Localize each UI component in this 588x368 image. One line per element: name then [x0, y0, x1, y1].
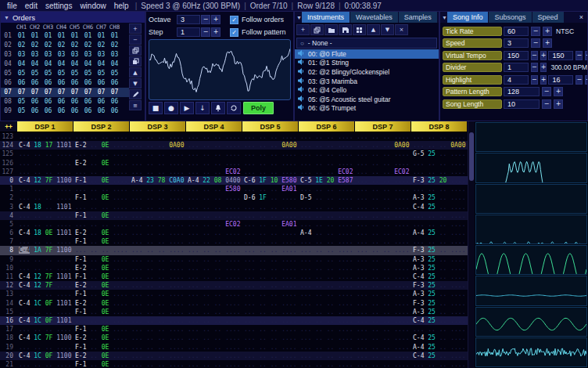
order-cell[interactable]: 01 — [15, 31, 28, 41]
pattern-cell[interactable]: C-4 25 .. .... — [411, 272, 468, 281]
order-cell[interactable]: 07 — [28, 88, 41, 97]
octave-decrement-button[interactable]: − — [201, 15, 210, 24]
pattern-cell[interactable]: D-5 .. .. .... — [299, 193, 355, 202]
instrument-toolbox-button[interactable] — [353, 24, 366, 35]
pattern-cell[interactable]: ... .. .. .... — [355, 150, 411, 158]
order-cell[interactable]: 05 — [108, 69, 121, 78]
divider-input[interactable]: 1 — [504, 63, 529, 72]
pattern-cell[interactable]: ... .. .. .... — [186, 272, 242, 281]
pattern-channel-header[interactable]: DSP 3 — [130, 121, 185, 132]
order-row[interactable]: 040404040404040404 — [1, 60, 129, 69]
order-cell[interactable]: 03 — [81, 50, 95, 60]
pattern-cell[interactable]: F-1 .. 0E .... — [74, 272, 130, 281]
order-cell[interactable]: 05 — [28, 69, 41, 78]
order-row[interactable]: 050505050505050505 — [1, 69, 129, 78]
order-cell[interactable]: 05 — [55, 69, 68, 78]
order-row[interactable]: 010101010101010101 — [1, 31, 129, 41]
pattern-cell[interactable]: F-3 25 .. .... — [411, 246, 468, 254]
order-cell[interactable]: 06 — [15, 78, 28, 88]
pattern-cell[interactable]: A-4 22 08 0400 E580 — [186, 176, 242, 185]
instrument-item[interactable]: 06: @5 Trumpet — [295, 104, 439, 114]
orders-edit-button[interactable] — [129, 89, 142, 99]
pattern-cell[interactable]: ... .. .. .... — [299, 159, 355, 168]
instrument-plus-button[interactable]: + — [296, 24, 310, 35]
pattern-cell[interactable]: ... .. .. .... — [74, 246, 130, 254]
pattern-cell[interactable]: ... .. .. .... — [411, 185, 468, 193]
order-cell[interactable]: 07 — [55, 88, 68, 97]
pattern-cell[interactable]: A-4 .. .. .... — [299, 229, 355, 237]
pattern-cell[interactable]: C-4 12 7F .... — [17, 281, 74, 290]
song-length-increment-button[interactable]: + — [554, 99, 563, 109]
pattern-cell[interactable]: ... .. .. .... — [299, 264, 355, 272]
order-cell[interactable]: 06 — [81, 106, 95, 116]
pattern-cell[interactable]: ... .. .. .... — [130, 237, 186, 246]
instrument-item[interactable]: 03: @3 Marimba — [295, 77, 439, 86]
highlight-increment-button[interactable]: + — [540, 75, 547, 85]
pattern-cell[interactable]: ... .. .. .... — [299, 203, 355, 211]
pattern-cell[interactable]: ... .. .. .... — [242, 316, 299, 325]
field-label-speed[interactable]: Speed — [443, 38, 502, 48]
pattern-cell[interactable]: F-1 .. 0E .... — [74, 325, 130, 334]
pattern-cell[interactable]: ... .. .. .... — [355, 203, 411, 211]
pattern-cell[interactable]: ... .. .. .... — [299, 132, 355, 141]
instrument-item[interactable]: 00: @0 Flute — [295, 49, 439, 59]
transport-play-button[interactable]: ▶ — [180, 102, 194, 114]
pattern-channel-header[interactable]: DSP 4 — [186, 121, 242, 132]
pattern-cell[interactable]: ... .. .. .... — [130, 360, 186, 368]
pattern-cell[interactable]: ... .. .. .... — [186, 246, 242, 254]
pattern-cell[interactable]: ... .. .. .... — [186, 308, 242, 316]
pattern-cell[interactable]: ... .. .. .... — [130, 299, 186, 308]
pattern-cell[interactable]: ... .. .. .... — [242, 360, 299, 368]
orders-duplicate-button[interactable] — [129, 45, 142, 56]
pattern-cell[interactable]: ... .. .. .... — [299, 334, 355, 342]
pattern-cell[interactable]: ... .. .. .... — [355, 316, 411, 325]
pattern-cell[interactable]: ... .. .. .... — [299, 246, 355, 254]
pattern-cell[interactable]: ... .. .. .... — [186, 150, 242, 158]
pattern-cell[interactable]: ... .. .. .... — [74, 220, 130, 229]
menu-edit[interactable]: edit — [21, 2, 41, 10]
instrument-combo[interactable]: ○ - None - — [296, 38, 437, 49]
instrument-item[interactable]: 02: @2 Blingy/Glockenspiel — [295, 67, 439, 77]
pattern-cell[interactable]: ... .. .. .... — [299, 352, 355, 360]
transport-bell-button[interactable] — [211, 102, 225, 114]
pattern-cell[interactable]: E-2 .. 0E .... — [74, 281, 130, 290]
field-label-pattern-length[interactable]: Pattern Length — [443, 87, 502, 96]
field-label-divider[interactable]: Divider — [443, 63, 502, 72]
pattern-cell[interactable]: ... .. .. .... — [355, 132, 411, 141]
pattern-cell[interactable]: E-2 .. 0E .... — [74, 352, 130, 360]
pattern-cell[interactable]: F-1 .. 0E .... — [74, 193, 130, 202]
pattern-cell[interactable]: ... .. .. .... — [130, 220, 186, 229]
pattern-cell[interactable]: D-6 1F .. .... — [242, 193, 299, 202]
order-cell[interactable]: 01 — [108, 31, 121, 41]
order-cell[interactable]: 01 — [55, 31, 68, 41]
order-cell[interactable]: 06 — [68, 106, 81, 116]
pattern-cell[interactable]: ... .. .. EC02 — [299, 168, 355, 176]
pattern-cell[interactable]: ... .. .. .... — [17, 308, 74, 316]
pattern-scrollbar[interactable] — [468, 121, 475, 368]
instrument-save-button[interactable] — [339, 24, 352, 35]
order-cell[interactable]: 06 — [68, 78, 81, 88]
pattern-cell[interactable]: ... .. .. .... — [242, 159, 299, 168]
collapse-icon[interactable]: ▼ — [296, 15, 302, 20]
pattern-cell[interactable]: F-1 .. 0E .... — [74, 343, 130, 352]
order-cell[interactable]: 04 — [28, 60, 41, 69]
menu-window[interactable]: window — [76, 2, 109, 10]
order-cell[interactable]: 03 — [28, 50, 41, 60]
field-label-virtual-tempo[interactable]: Virtual Tempo — [443, 51, 502, 60]
instrument-item[interactable]: 04: @4 Cello — [295, 85, 439, 95]
polyphony-toggle-button[interactable]: Poly — [243, 102, 274, 114]
pattern-cell[interactable]: ... .. .. .... — [355, 255, 411, 264]
pattern-channel-header[interactable]: DSP 5 — [242, 121, 298, 132]
pattern-cell[interactable]: ... .. .. .... — [242, 308, 299, 316]
instrument-open-button[interactable] — [324, 24, 338, 35]
pattern-cell[interactable]: ... .. .. .... — [411, 220, 468, 229]
pattern-cell[interactable]: F-1 .. 0E .... — [74, 255, 130, 264]
pattern-cell[interactable]: ... .. .. .... — [186, 325, 242, 334]
pattern-cell[interactable]: ... .. .. .... — [130, 264, 186, 272]
pattern-cell[interactable]: C-4 1C 0F 1101 — [17, 299, 74, 308]
tick-rate-increment-button[interactable]: + — [543, 27, 552, 36]
pattern-cell[interactable]: F-1 .. 0E .... — [74, 360, 130, 368]
pattern-cell[interactable]: ... .. .. E580 — [186, 185, 242, 193]
order-cell[interactable]: 06 — [81, 97, 95, 106]
pattern-cell[interactable]: ... .. .. .... — [17, 290, 74, 298]
